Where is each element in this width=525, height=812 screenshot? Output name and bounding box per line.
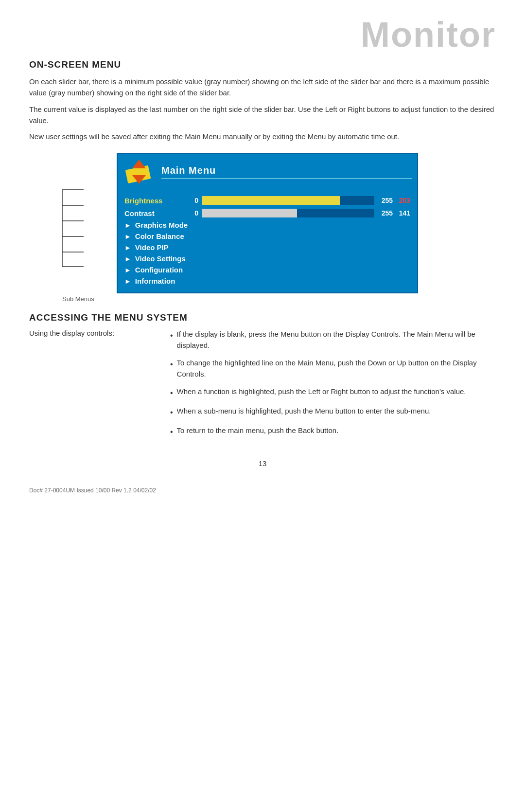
accessing-bullets: • If the display is blank, press the Men… bbox=[170, 329, 496, 438]
osd-submenu-video-pip: ► Video PIP bbox=[118, 242, 417, 253]
bullet-dot-5: • bbox=[170, 426, 173, 438]
osd-contrast-label: Contrast bbox=[124, 209, 188, 217]
osd-brightness-value: 203 bbox=[393, 197, 410, 204]
bullet-dot-2: • bbox=[170, 359, 173, 370]
on-screen-menu-para2: The current value is displayed as the la… bbox=[29, 104, 496, 126]
osd-brightness-max: 255 bbox=[378, 197, 393, 204]
osd-contrast-fill bbox=[202, 209, 297, 217]
osd-brightness-label: Brightness bbox=[124, 197, 188, 205]
osd-brightness-fill bbox=[202, 196, 340, 205]
osd-submenu-video-settings: ► Video Settings bbox=[118, 253, 417, 264]
osd-header: Main Menu bbox=[118, 154, 417, 190]
bullet-text-2: To change the highlighted line on the Ma… bbox=[177, 358, 496, 379]
osd-contrast-bar bbox=[202, 209, 374, 217]
arrow-icon-4: ► bbox=[124, 255, 131, 263]
bullet-item-4: • When a sub-menu is highlighted, push t… bbox=[170, 406, 496, 418]
osd-submenu-label-1: Graphics Mode bbox=[135, 221, 188, 229]
page-footer: Doc# 27-0004UM Issued 10/00 Rev 1.2 04/0… bbox=[29, 487, 496, 494]
accessing-heading: ACCESSING THE MENU SYSTEM bbox=[29, 312, 496, 323]
osd-submenu-graphics-mode: ► Graphics Mode bbox=[118, 219, 417, 231]
osd-container: Main Menu Brightness 0 255 203 Contrast bbox=[58, 153, 496, 303]
svg-marker-8 bbox=[132, 160, 146, 168]
osd-screen: Main Menu Brightness 0 255 203 Contrast bbox=[117, 153, 418, 293]
osd-contrast-value: 141 bbox=[393, 209, 410, 217]
osd-logo bbox=[122, 158, 156, 186]
page-header: Monitor bbox=[29, 15, 496, 54]
arrow-icon-5: ► bbox=[124, 266, 131, 274]
arrow-icon-1: ► bbox=[124, 221, 131, 229]
sub-menus-label-area: Sub Menus bbox=[60, 295, 418, 303]
arrow-icon-6: ► bbox=[124, 277, 131, 285]
page-title: Monitor bbox=[361, 15, 496, 54]
sub-menus-label: Sub Menus bbox=[62, 295, 94, 303]
accessing-two-col: Using the display controls: • If the dis… bbox=[29, 329, 496, 445]
logo-svg bbox=[122, 158, 156, 186]
bullet-item-2: • To change the highlighted line on the … bbox=[170, 358, 496, 379]
osd-brightness-bar bbox=[202, 196, 374, 205]
on-screen-menu-section: ON-SCREEN MENU On each slider bar, there… bbox=[29, 59, 496, 142]
arrow-icon-3: ► bbox=[124, 244, 131, 252]
bullet-dot-4: • bbox=[170, 407, 173, 418]
osd-contrast-max: 255 bbox=[378, 209, 393, 217]
bullet-item-3: • When a function is highlighted, push t… bbox=[170, 386, 496, 399]
on-screen-menu-heading: ON-SCREEN MENU bbox=[29, 59, 496, 70]
osd-submenu-label-4: Video Settings bbox=[135, 254, 186, 263]
bullet-text-3: When a function is highlighted, push the… bbox=[177, 386, 466, 397]
osd-submenu-information: ► Information bbox=[118, 275, 417, 287]
osd-brightness-row: Brightness 0 255 203 bbox=[118, 194, 417, 207]
osd-contrast-row: Contrast 0 255 141 bbox=[118, 207, 417, 219]
bullet-dot-3: • bbox=[170, 387, 173, 399]
osd-submenu-label-6: Information bbox=[135, 277, 175, 285]
on-screen-menu-para1: On each slider bar, there is a minimum p… bbox=[29, 76, 496, 99]
bullet-text-1: If the display is blank, press the Menu … bbox=[177, 329, 496, 351]
osd-contrast-min: 0 bbox=[188, 209, 198, 217]
bullet-item-5: • To return to the main menu, push the B… bbox=[170, 425, 496, 438]
accessing-right-col: • If the display is blank, press the Men… bbox=[170, 329, 496, 445]
osd-submenu-label-5: Configuration bbox=[135, 266, 183, 274]
bullet-text-4: When a sub-menu is highlighted, push the… bbox=[177, 406, 431, 417]
on-screen-menu-para3: New user settings will be saved after ex… bbox=[29, 131, 496, 142]
osd-submenu-label-3: Video PIP bbox=[135, 243, 169, 252]
osd-submenu-color-balance: ► Color Balance bbox=[118, 231, 417, 242]
bracket-svg bbox=[58, 180, 88, 287]
osd-brightness-min: 0 bbox=[188, 197, 198, 204]
accessing-section: ACCESSING THE MENU SYSTEM Using the disp… bbox=[29, 312, 496, 445]
bullet-text-5: To return to the main menu, push the Bac… bbox=[177, 425, 339, 436]
bullet-dot-1: • bbox=[170, 330, 173, 342]
bullet-item-1: • If the display is blank, press the Men… bbox=[170, 329, 496, 351]
osd-submenu-configuration: ► Configuration bbox=[118, 264, 417, 275]
accessing-left-col: Using the display controls: bbox=[29, 329, 151, 445]
using-display-controls-label: Using the display controls: bbox=[29, 329, 114, 337]
arrow-icon-2: ► bbox=[124, 233, 131, 240]
osd-submenu-label-2: Color Balance bbox=[135, 232, 184, 240]
page-number: 13 bbox=[29, 459, 496, 468]
osd-menu-title: Main Menu bbox=[161, 165, 412, 179]
